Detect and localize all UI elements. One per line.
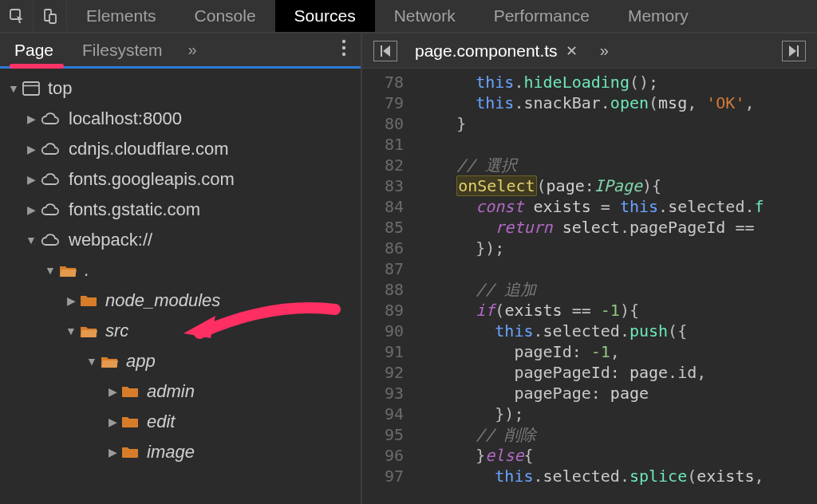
line-number-gutter: 7879808182838485868788899091929394959697 (362, 69, 412, 504)
svg-rect-11 (797, 45, 799, 57)
file-tab-label: page.component.ts (415, 41, 558, 61)
tree-node-top[interactable]: ▼ top (0, 73, 361, 104)
chevron-right-icon: ▶ (64, 294, 78, 307)
chevron-right-icon: ▶ (24, 203, 38, 216)
tree-node-folder[interactable]: ▼ src (0, 316, 361, 346)
nav-prev-icon[interactable] (373, 41, 397, 61)
tree-label: edit (147, 411, 175, 432)
chevron-right-icon: ▶ (105, 446, 120, 459)
tree-label: top (48, 78, 73, 99)
cloud-icon (40, 233, 61, 247)
editor-panel: page.component.ts ✕ » 787980818283848586… (362, 33, 817, 504)
sub-tab-page[interactable]: Page (0, 33, 68, 66)
folder-open-icon (80, 324, 97, 338)
folder-icon (121, 415, 139, 428)
cloud-icon (40, 172, 61, 187)
tree-node-folder[interactable]: ▶ node_modules (0, 285, 361, 316)
svg-point-3 (342, 40, 345, 43)
editor-tab-overflow[interactable]: » (589, 41, 620, 60)
tree-label: webpack:// (69, 230, 152, 250)
svg-marker-10 (383, 45, 390, 57)
tree-label: fonts.gstatic.com (69, 199, 200, 220)
folder-icon (80, 294, 97, 307)
chevron-right-icon: ▶ (24, 173, 38, 186)
sub-tab-filesystem[interactable]: Filesystem (68, 33, 176, 66)
folder-icon (121, 385, 139, 398)
device-toggle-icon[interactable] (34, 0, 67, 33)
tree-node-folder[interactable]: ▶ image (0, 437, 361, 467)
tree-label: image (147, 442, 195, 463)
tab-memory[interactable]: Memory (609, 0, 708, 32)
svg-point-5 (342, 53, 345, 56)
chevron-right-icon: ▶ (24, 112, 38, 125)
tree-label: app (126, 351, 156, 372)
chevron-right-icon: ▶ (24, 143, 38, 156)
chevron-down-icon: ▼ (43, 264, 57, 277)
svg-rect-9 (381, 45, 382, 57)
tree-node-origin[interactable]: ▶ fonts.gstatic.com (0, 195, 361, 225)
tab-network[interactable]: Network (375, 0, 475, 32)
svg-marker-12 (789, 45, 796, 57)
navigator-panel: Page Filesystem » ▼ top ▶ localhost:8000 (0, 33, 362, 504)
inspect-element-icon[interactable] (0, 0, 34, 33)
cloud-icon (40, 203, 61, 217)
svg-point-4 (342, 46, 345, 49)
chevron-right-icon: ▶ (105, 415, 120, 428)
source-tree: ▼ top ▶ localhost:8000 ▶ cdnjs.cloudflar… (0, 69, 361, 504)
tab-elements[interactable]: Elements (67, 0, 176, 32)
navigator-sub-tabs: Page Filesystem » (0, 33, 361, 69)
tree-node-folder[interactable]: ▼ app (0, 346, 361, 376)
devtools-main-tabs: Elements Console Sources Network Perform… (0, 0, 817, 33)
tree-label: admin (147, 381, 195, 402)
tree-label: . (85, 260, 89, 281)
code-lines: this.hideLoading(); this.snackBar.open(m… (412, 69, 817, 504)
chevron-down-icon: ▼ (24, 234, 38, 246)
chevron-down-icon: ▼ (85, 355, 99, 368)
tree-label: fonts.googleapis.com (69, 169, 235, 190)
tree-node-origin[interactable]: ▶ localhost:8000 (0, 104, 361, 134)
svg-rect-6 (23, 82, 39, 95)
tree-node-folder[interactable]: ▼ . (0, 255, 361, 285)
tree-node-folder[interactable]: ▶ admin (0, 376, 361, 407)
folder-open-icon (59, 263, 77, 278)
tree-node-folder[interactable]: ▶ edit (0, 407, 361, 437)
folder-open-icon (101, 354, 118, 368)
chevron-right-icon: ▶ (105, 385, 120, 398)
chevron-down-icon: ▼ (6, 82, 21, 95)
cloud-icon (40, 142, 61, 156)
tree-label: src (105, 321, 128, 341)
folder-icon (121, 446, 139, 459)
svg-rect-2 (49, 14, 56, 23)
close-icon[interactable]: ✕ (566, 42, 578, 60)
tab-performance[interactable]: Performance (475, 0, 609, 32)
window-icon (22, 81, 40, 96)
tab-console[interactable]: Console (176, 0, 275, 32)
tree-label: node_modules (105, 290, 220, 311)
tree-node-origin[interactable]: ▶ fonts.googleapis.com (0, 164, 361, 195)
tab-sources[interactable]: Sources (275, 0, 375, 32)
tree-node-webpack[interactable]: ▼ webpack:// (0, 225, 361, 255)
sub-tab-overflow[interactable]: » (176, 41, 207, 59)
navigator-menu-icon[interactable] (327, 39, 361, 61)
editor-file-tab[interactable]: page.component.ts ✕ (404, 33, 589, 68)
chevron-down-icon: ▼ (64, 325, 78, 337)
nav-next-icon[interactable] (782, 41, 806, 61)
code-editor[interactable]: 7879808182838485868788899091929394959697… (362, 69, 817, 504)
editor-tab-bar: page.component.ts ✕ » (362, 33, 817, 69)
cloud-icon (40, 112, 61, 126)
tree-node-origin[interactable]: ▶ cdnjs.cloudflare.com (0, 134, 361, 164)
tree-label: cdnjs.cloudflare.com (69, 139, 229, 159)
tree-label: localhost:8000 (69, 108, 182, 129)
